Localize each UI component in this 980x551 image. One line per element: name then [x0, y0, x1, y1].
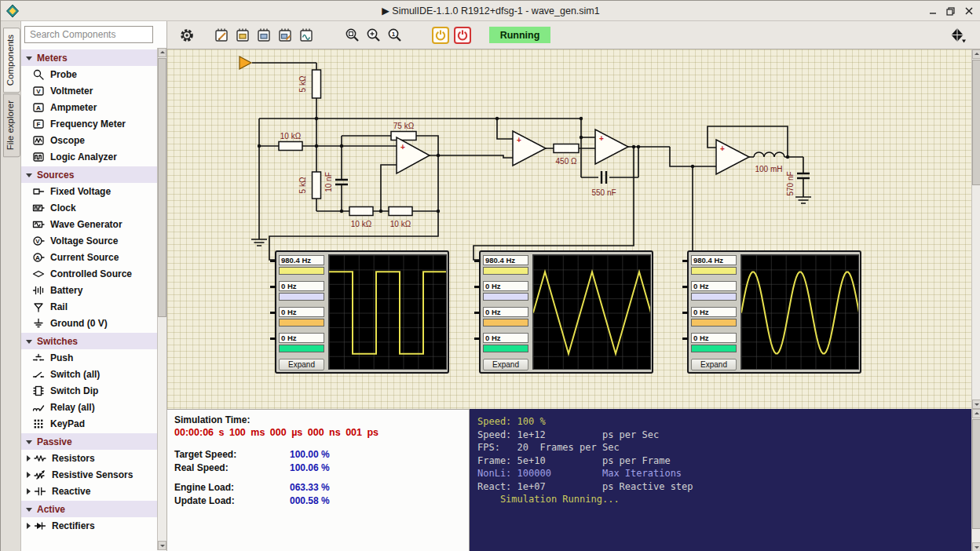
tab-file-explorer[interactable]: File explorer	[3, 93, 20, 157]
tree-item-reactive[interactable]: Reactive	[21, 483, 157, 499]
tree-item-current-source[interactable]: Current Source	[21, 249, 157, 265]
input-pin[interactable]	[682, 286, 689, 288]
restore-button[interactable]	[943, 4, 957, 18]
input-pin[interactable]	[474, 260, 481, 262]
capacitor-10nf[interactable]: 10 nF	[324, 172, 348, 192]
minimize-button[interactable]	[926, 4, 940, 18]
freq-scope-panel-3[interactable]: 980.4 Hz 0 Hz 0 Hz 0 Hz Expand	[687, 250, 861, 374]
title-bar[interactable]: ▶ SimulIDE-1.1.0 R1912+dfsg-1 - wave_gen…	[1, 1, 980, 21]
tree-item-logic-analyzer[interactable]: Logic Analyzer	[21, 148, 157, 165]
tree-item-frequency-meter[interactable]: Frequency Meter	[21, 115, 157, 132]
tree-item-probe[interactable]: Probe	[21, 66, 157, 82]
tree-section-passive[interactable]: Passive	[21, 433, 157, 450]
tree-item-wave-generator[interactable]: Wave Generator	[21, 216, 157, 232]
tree-item-resistors[interactable]: Resistors	[21, 450, 157, 466]
tree-item-controlled-source[interactable]: Controlled Source	[21, 265, 157, 282]
resistor-450[interactable]: 450 Ω	[554, 144, 579, 166]
canvas-scrollbar[interactable]	[971, 49, 980, 409]
resistor-10k-3[interactable]: 10 kΩ	[389, 207, 412, 229]
tree-scrollbar[interactable]	[157, 48, 166, 550]
input-pin[interactable]	[474, 312, 481, 314]
scrollbar-thumb[interactable]	[972, 419, 980, 529]
ground-symbol-left[interactable]	[251, 236, 267, 246]
input-pin[interactable]	[270, 338, 276, 340]
resistor-10k-1[interactable]: 10 kΩ	[279, 132, 302, 151]
tree-item-clock[interactable]: Clock	[21, 199, 157, 216]
freq-scope-panel-2[interactable]: 980.4 Hz 0 Hz 0 Hz 0 Hz Expand	[479, 250, 653, 374]
zoom-one-button[interactable]: 1	[386, 27, 404, 44]
tree-item-voltage-source[interactable]: Voltage Source	[21, 232, 157, 249]
input-pin[interactable]	[270, 260, 276, 262]
resistor-5k-2[interactable]: 5 kΩ	[298, 172, 321, 199]
resistor-75k[interactable]: 75 kΩ	[391, 122, 416, 140]
pause-button[interactable]	[454, 27, 471, 44]
input-pin[interactable]	[682, 312, 689, 314]
scrollbar-thumb[interactable]	[972, 60, 980, 185]
tree-item-battery[interactable]: Battery	[21, 282, 157, 298]
power-button[interactable]	[432, 27, 449, 44]
tab-components[interactable]: Components	[3, 27, 20, 93]
tree-section-sources[interactable]: Sources	[21, 166, 157, 183]
export-circuit-button[interactable]	[298, 27, 315, 44]
tree-item-keypad[interactable]: KeyPad	[21, 415, 157, 432]
resistor-5k-1[interactable]: 5 kΩ	[298, 70, 321, 98]
open-circuit-button[interactable]	[234, 27, 251, 44]
tree-item-rectifiers[interactable]: Rectifiers	[21, 517, 157, 534]
scroll-up-button[interactable]	[158, 48, 166, 57]
opamp-2[interactable]: +	[513, 131, 546, 166]
input-pin[interactable]	[474, 286, 481, 288]
opamp-4[interactable]: +	[716, 140, 749, 174]
circuit-canvas[interactable]: 5 kΩ 10 kΩ 75 kΩ 5 kΩ 10 nF 10 kΩ 10 kΩ …	[167, 49, 971, 409]
expand-button[interactable]: Expand	[483, 359, 528, 370]
scroll-up-button[interactable]	[972, 49, 980, 59]
tree-section-switches[interactable]: Switches	[21, 333, 157, 349]
freq-scope-panel-1[interactable]: 980.4 Hz 0 Hz 0 Hz 0 Hz Expand	[275, 250, 449, 374]
source-output-arrow[interactable]	[240, 57, 251, 69]
tree-section-meters[interactable]: Meters	[21, 49, 157, 66]
tree-item-switch-dip[interactable]: Switch Dip	[21, 382, 157, 399]
pause-icon	[456, 29, 469, 42]
search-input[interactable]	[24, 26, 153, 43]
scrollbar-thumb[interactable]	[158, 58, 166, 317]
save-circuit-button[interactable]	[255, 27, 272, 44]
zoom-all-button[interactable]	[365, 27, 382, 44]
inductor-100mh[interactable]: 100 mH	[754, 152, 784, 173]
input-pin[interactable]	[682, 260, 689, 262]
tree-item-push[interactable]: Push	[21, 349, 157, 366]
tree-item-ground[interactable]: Ground (0 V)	[21, 315, 157, 331]
console-line: Frame: 5e+10 ps per Frame	[477, 454, 971, 468]
scroll-up-button[interactable]	[972, 409, 980, 418]
tree-item-switch[interactable]: Switch (all)	[21, 366, 157, 382]
tree-item-voltmeter[interactable]: Voltmeter	[21, 82, 157, 99]
tree-section-active[interactable]: Active	[21, 501, 157, 517]
tree-item-resistive-sensors[interactable]: Resistive Sensors	[21, 466, 157, 483]
capacitor-550nf[interactable]: 550 nF	[591, 171, 616, 197]
capacitor-570nf[interactable]: 570 nF	[786, 171, 810, 195]
tree-item-fixed-voltage[interactable]: Fixed Voltage	[21, 183, 157, 199]
new-circuit-button[interactable]	[213, 27, 230, 44]
opamp-1[interactable]: +	[397, 137, 430, 173]
input-pin[interactable]	[270, 312, 276, 314]
resistor-10k-2[interactable]: 10 kΩ	[349, 207, 373, 229]
opamp-3[interactable]: +	[595, 130, 628, 164]
tree-item-oscope[interactable]: Oscope	[21, 132, 157, 148]
tree-item-rail[interactable]: Rail	[21, 298, 157, 315]
app-logo-menu-button[interactable]	[949, 27, 967, 44]
tree-item-ampmeter[interactable]: Ampmeter	[21, 99, 157, 115]
tree-item-relay[interactable]: Relay (all)	[21, 399, 157, 415]
zoom-fit-button[interactable]	[344, 27, 361, 44]
input-pin[interactable]	[270, 286, 276, 288]
close-button[interactable]	[962, 4, 976, 18]
settings-button[interactable]	[178, 27, 196, 44]
scroll-down-button[interactable]	[972, 542, 980, 551]
freq-level-bar	[691, 345, 737, 352]
save-as-button[interactable]	[276, 27, 294, 44]
input-pin[interactable]	[474, 338, 481, 340]
expand-button[interactable]: Expand	[691, 359, 737, 370]
console-scrollbar[interactable]	[971, 409, 980, 551]
expand-button[interactable]: Expand	[279, 359, 324, 370]
ground-symbol-right[interactable]	[795, 194, 811, 203]
scroll-down-button[interactable]	[158, 541, 166, 550]
scroll-down-button[interactable]	[972, 400, 980, 409]
input-pin[interactable]	[682, 338, 689, 340]
